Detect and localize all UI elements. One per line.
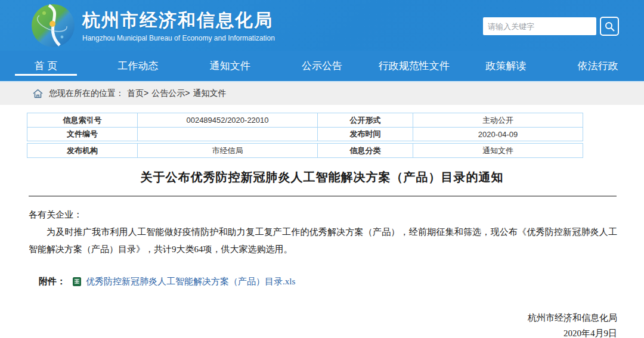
main-nav: 首 页 工作动态 通知文件 公示公告 行政规范性文件 政策解读 依法行政: [0, 51, 644, 82]
nav-item-work-news[interactable]: 工作动态: [92, 51, 184, 81]
search-icon: [605, 21, 615, 32]
attachment-label: 附件：: [39, 276, 66, 287]
meta-doc-number-label: 文件编号: [27, 128, 137, 141]
excel-file-icon: [73, 277, 81, 286]
meta-publish-date-label: 发布时间: [317, 128, 413, 141]
meta-category-label: 信息分类: [317, 144, 413, 157]
breadcrumb-notices[interactable]: 通知文件: [193, 88, 226, 99]
search-input[interactable]: [483, 17, 596, 35]
meta-category-value: 通知文件: [413, 144, 583, 157]
document-body: 关于公布优秀防控新冠肺炎人工智能解决方案（产品）目录的通知 各有关企业： 为及时…: [0, 169, 644, 338]
breadcrumb-announcements[interactable]: 公告公示>: [151, 88, 190, 99]
meta-index-number-label: 信息索引号: [27, 113, 137, 127]
table-row: 信息索引号 002489452/2020-22010 公开形式 主动公开: [27, 113, 583, 127]
site-header: 杭州市经济和信息化局 Hangzhou Municipal Bureau of …: [0, 0, 644, 51]
meta-doc-number-value: [137, 128, 317, 141]
meta-publisher-label: 发布机构: [27, 144, 137, 157]
site-subtitle: Hangzhou Municipal Bureau of Economy and…: [82, 34, 275, 42]
signature-date: 2020年4月9日: [0, 325, 617, 338]
site-brand: 杭州市经济和信息化局 Hangzhou Municipal Bureau of …: [82, 8, 275, 42]
breadcrumb-label: 您现在所在的位置：: [49, 88, 124, 99]
table-row: 发布机构 市经信局 信息分类 通知文件: [27, 144, 583, 157]
nav-item-announcements[interactable]: 公示公告: [276, 51, 368, 81]
signer-name: 杭州市经济和信息化局: [0, 310, 617, 325]
title-divider: [29, 196, 617, 197]
nav-item-home[interactable]: 首 页: [0, 51, 92, 81]
breadcrumb: 您现在所在的位置： 首页> 公告公示> 通知文件: [0, 82, 644, 105]
home-icon: [33, 89, 43, 98]
nav-item-regulatory-docs[interactable]: 行政规范性文件: [368, 51, 460, 81]
nav-item-policy-interpretation[interactable]: 政策解读: [460, 51, 552, 81]
document-title: 关于公布优秀防控新冠肺炎人工智能解决方案（产品）目录的通知: [0, 169, 644, 185]
nav-item-notices[interactable]: 通知文件: [184, 51, 276, 81]
site-logo: [31, 4, 75, 48]
attachment-row: 附件： 优秀防控新冠肺炎人工智能解决方案（产品）目录.xls: [39, 276, 644, 287]
breadcrumb-home[interactable]: 首页>: [127, 88, 148, 99]
meta-publisher-value: 市经信局: [137, 144, 317, 157]
attachment-link[interactable]: 优秀防控新冠肺炎人工智能解决方案（产品）目录.xls: [86, 276, 295, 287]
salutation: 各有关企业：: [29, 206, 617, 224]
meta-publicity-form-value: 主动公开: [413, 113, 583, 127]
document-meta-table: 信息索引号 002489452/2020-22010 公开形式 主动公开 文件编…: [27, 113, 583, 158]
logo-globe-icon: [31, 4, 75, 48]
document-signature: 杭州市经济和信息化局 2020年4月9日: [0, 310, 644, 338]
search-button[interactable]: [600, 17, 619, 36]
search-area: [483, 17, 619, 36]
main-paragraph: 为及时推广我市利用人工智能做好疫情防护和助力复工复产工作的优秀解决方案（产品），…: [29, 224, 617, 258]
nav-item-law-based-admin[interactable]: 依法行政: [552, 51, 644, 81]
site-title: 杭州市经济和信息化局: [82, 8, 275, 33]
meta-publish-date-value: 2020-04-09: [413, 128, 583, 141]
table-row: 文件编号 发布时间 2020-04-09: [27, 127, 583, 141]
meta-index-number-value: 002489452/2020-22010: [137, 113, 317, 127]
meta-publicity-form-label: 公开形式: [317, 113, 413, 127]
